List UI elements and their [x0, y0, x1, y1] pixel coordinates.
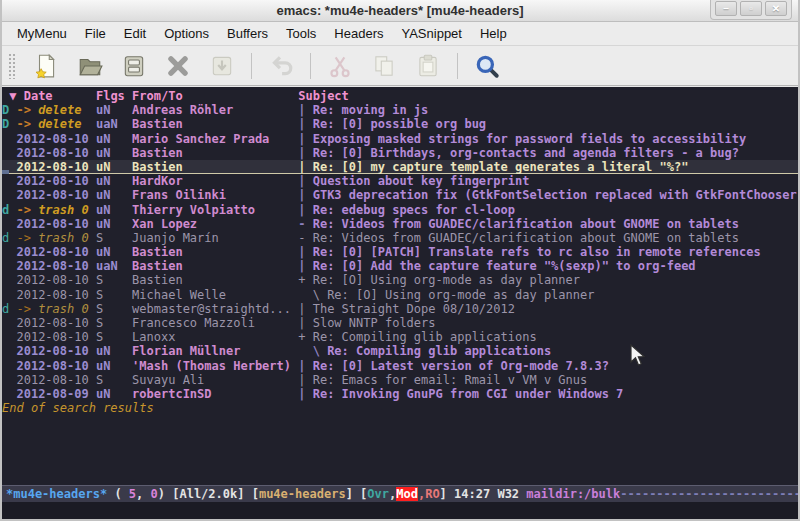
message-row[interactable]: 2012-08-10 S Bastien + Re: [O] Using org…	[2, 273, 798, 287]
subject-cell: Re: [0] possible org bug	[313, 117, 486, 131]
mark-target: delete	[38, 103, 96, 117]
from-cell: Michael Welle	[132, 288, 298, 302]
message-row[interactable]: 2012-08-10 uN Frans Oilinki | GTK3 depre…	[2, 188, 798, 202]
minimize-button[interactable]: –	[715, 1, 737, 16]
message-row[interactable]: 2012-08-10 uN Florian Müllner \ Re: Comp…	[2, 344, 798, 358]
open-file-button[interactable]	[73, 50, 107, 82]
message-row[interactable]: d -> trash 0 S webmaster@straightd... | …	[2, 302, 798, 316]
mark-cell	[2, 373, 16, 387]
message-row[interactable]: 2012-08-10 uaN Bastien | Re: [0] Add the…	[2, 259, 798, 273]
from-cell: Suvayu Ali	[132, 373, 298, 387]
message-row[interactable]: D -> delete uaN Bastien | Re: [0] possib…	[2, 117, 798, 131]
date-cell: 2012-08-10	[16, 132, 95, 146]
end-of-results-text: End of search results	[2, 401, 798, 415]
subject-cell: Re: Emacs for email: Rmail v VM v Gnus	[313, 373, 588, 387]
flags-cell: uN	[96, 344, 132, 358]
mark-cell: d	[2, 231, 16, 245]
sort-indicator: ▼	[2, 89, 24, 103]
message-row[interactable]: 2012-08-10 S Lanoxx + Re: Compiling glib…	[2, 330, 798, 344]
thread-prefix: |	[298, 259, 312, 273]
flags-cell: uaN	[96, 259, 132, 273]
menu-yasnippet[interactable]: YASnippet	[392, 24, 470, 43]
message-row[interactable]: 2012-08-10 S Francesco Mazzoli | Slow NN…	[2, 316, 798, 330]
close-button[interactable]: ✕	[765, 1, 787, 16]
menu-buffers[interactable]: Buffers	[218, 24, 277, 43]
menu-options[interactable]: Options	[155, 24, 218, 43]
menu-edit[interactable]: Edit	[115, 24, 155, 43]
mark-cell	[2, 174, 16, 188]
flags-cell: uN	[96, 160, 132, 174]
flags-cell: S	[96, 316, 132, 330]
flags-cell: uaN	[96, 117, 132, 131]
modeline-buffer: *mu4e-headers*	[6, 487, 107, 501]
subject-cell: Re: [0] Birthdays, org-contacts and agen…	[313, 146, 739, 160]
flags-cell: S	[96, 373, 132, 387]
menu-mymenu[interactable]: MyMenu	[8, 24, 76, 43]
echo-area[interactable]	[2, 502, 798, 519]
save-file-button[interactable]	[117, 50, 151, 82]
message-row[interactable]: 2012-08-10 uN 'Mash (Thomas Herbert) | R…	[2, 359, 798, 373]
date-cell: 2012-08-10	[16, 344, 95, 358]
from-cell: Andreas Röhler	[132, 103, 298, 117]
message-row[interactable]: 2012-08-10 S Michael Welle \ Re: [O] Usi…	[2, 288, 798, 302]
mark-arrow: ->	[16, 117, 38, 131]
fringe-indicator	[2, 170, 9, 174]
from-cell: Mario Sanchez Prada	[132, 132, 298, 146]
date-cell: 2012-08-10	[16, 259, 95, 273]
titlebar[interactable]: emacs: *mu4e-headers* [mu4e-headers] –▫✕	[2, 0, 798, 22]
date-cell: 2012-08-10	[16, 160, 95, 174]
message-row[interactable]: d -> trash 0 uN Thierry Volpiatto | Re: …	[2, 203, 798, 217]
mark-cell	[2, 146, 16, 160]
subject-cell: Exposing masked strings for password fie…	[313, 132, 746, 146]
subject-cell: Re: Invoking GnuPG from CGI under Window…	[313, 387, 624, 401]
close-buffer-button[interactable]	[161, 50, 195, 82]
menu-file[interactable]: File	[76, 24, 115, 43]
message-row[interactable]: D -> delete uN Andreas Röhler | Re: movi…	[2, 103, 798, 117]
message-row[interactable]: d -> trash 0 S Juanjo Marín - Re: Videos…	[2, 231, 798, 245]
subject-cell: The Straight Dope 08/10/2012	[313, 302, 515, 316]
from-cell: Bastien	[132, 117, 298, 131]
modeline-overwrite: Ovr	[367, 487, 389, 501]
mark-cell: D	[2, 117, 16, 131]
date-cell: 2012-08-10	[16, 188, 95, 202]
message-row[interactable]: 2012-08-10 uN Bastien | Re: [0] [PATCH] …	[2, 245, 798, 259]
save-as-button	[205, 50, 239, 82]
toolbar-grip-handle[interactable]	[8, 53, 16, 79]
search-icon	[474, 53, 500, 79]
search-button[interactable]	[470, 50, 504, 82]
maximize-button[interactable]: ▫	[740, 1, 762, 16]
date-cell: 2012-08-10	[16, 245, 95, 259]
modeline-modified: Mod	[396, 487, 418, 501]
modeline-plain: ,	[136, 487, 150, 501]
message-list: D -> delete uN Andreas Röhler | Re: movi…	[2, 103, 798, 401]
modeline-plain: (	[107, 487, 129, 501]
cut-button	[323, 50, 357, 82]
close-buffer-icon	[165, 53, 191, 79]
message-row[interactable]: 2012-08-10 S Suvayu Ali | Re: Emacs for …	[2, 373, 798, 387]
mode-line[interactable]: *mu4e-headers* ( 5, 0) [All/2.0k] [mu4e-…	[2, 485, 798, 502]
date-cell: 2012-08-10	[16, 174, 95, 188]
flags-cell: uN	[96, 359, 132, 373]
headers-column-header[interactable]: ▼ Date Flgs From/To Subject	[2, 89, 798, 103]
thread-prefix: +	[298, 273, 312, 287]
message-row[interactable]: 2012-08-10 uN HardKor | Question about k…	[2, 174, 798, 188]
message-row[interactable]: 2012-08-10 uN Bastien | Re: [0] Birthday…	[2, 146, 798, 160]
subject-cell: Re: [0] my capture template generates a …	[313, 160, 689, 174]
modeline-dashes: ----------------------------------------	[620, 487, 798, 501]
message-row[interactable]: 2012-08-10 uN Xan Lopez - Re: Videos fro…	[2, 217, 798, 231]
menu-headers[interactable]: Headers	[325, 24, 392, 43]
copy-icon	[371, 53, 397, 79]
mark-arrow: ->	[16, 302, 38, 316]
message-row[interactable]: 2012-08-09 uN robertcInSD | Re: Invoking…	[2, 387, 798, 401]
new-file-button[interactable]	[29, 50, 63, 82]
mu4e-headers-buffer[interactable]: ▼ Date Flgs From/To Subject D -> delete …	[2, 86, 798, 485]
message-row[interactable]: 2012-08-10 uN Bastien | Re: [0] my captu…	[2, 160, 798, 174]
subject-cell: Re: [0] Add the capture feature "%(sexp)…	[313, 259, 696, 273]
paste-button	[411, 50, 445, 82]
cut-icon	[327, 53, 353, 79]
open-file-icon	[77, 53, 103, 79]
modeline-readonly: RO	[425, 487, 439, 501]
menu-help[interactable]: Help	[471, 24, 516, 43]
menu-tools[interactable]: Tools	[277, 24, 325, 43]
message-row[interactable]: 2012-08-10 uN Mario Sanchez Prada | Expo…	[2, 132, 798, 146]
